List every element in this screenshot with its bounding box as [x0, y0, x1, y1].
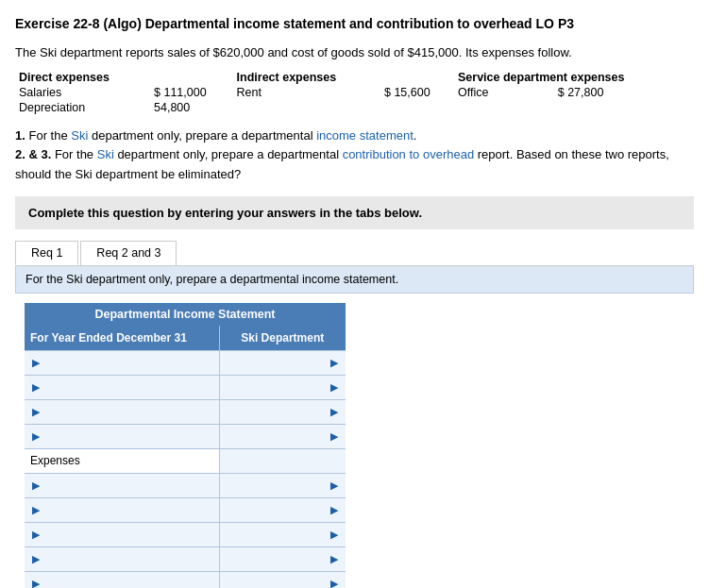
arrow-icon: ▶ [30, 578, 42, 588]
table-row: ▶ ▶ [25, 571, 346, 588]
office-label: Office [454, 85, 554, 100]
direct-expenses-header: Direct expenses [15, 70, 150, 85]
row2-value-cell[interactable]: ▶ [219, 375, 346, 399]
row1-value-cell[interactable]: ▶ [219, 350, 346, 375]
expenses-overview-table: Direct expenses Indirect expenses Servic… [15, 70, 694, 115]
arrow-icon: ▶ [329, 430, 340, 442]
service-expenses-header: Service department expenses [454, 70, 694, 85]
arrow-icon: ▶ [329, 553, 340, 564]
statement-title: Departmental Income Statement [25, 303, 346, 326]
statement-header-row: For Year Ended December 31 Ski Departmen… [25, 326, 346, 350]
exp-row2-value[interactable]: ▶ [219, 497, 346, 522]
table-row: ▶ ▶ [25, 375, 346, 399]
rent-value: $ 15,600 [380, 85, 454, 100]
table-row: ▶ ▶ [25, 546, 346, 571]
row3-value-cell[interactable]: ▶ [219, 399, 346, 424]
exp-row1-value[interactable]: ▶ [219, 473, 346, 497]
arrow-icon: ▶ [30, 553, 42, 564]
arrow-icon: ▶ [329, 578, 340, 588]
exp-row3-label: ▶ [25, 522, 219, 546]
statement-table: For Year Ended December 31 Ski Departmen… [25, 326, 346, 588]
table-row: ▶ ▶ [25, 424, 346, 448]
exp-row4-label: ▶ [25, 546, 219, 571]
rent-label: Rent [233, 85, 380, 100]
table-row: ▶ ▶ [25, 497, 346, 522]
arrow-icon: ▶ [329, 479, 340, 491]
salaries-label: Salaries [15, 85, 150, 100]
instructions-block: 1. For the Ski department only, prepare … [15, 126, 694, 185]
row3-label-cell: ▶ [25, 399, 219, 424]
depreciation-label: Depreciation [15, 100, 150, 115]
col-label-header: For Year Ended December 31 [25, 326, 219, 350]
expenses-label-row: Expenses [25, 448, 346, 473]
row4-value-cell[interactable]: ▶ [219, 424, 346, 448]
indirect-expenses-header: Indirect expenses [233, 70, 380, 85]
statement-container: Departmental Income Statement For Year E… [25, 303, 346, 588]
arrow-icon: ▶ [30, 504, 42, 515]
row1-label-cell: ▶ [25, 350, 219, 375]
table-row: ▶ ▶ [25, 399, 346, 424]
tab-req1[interactable]: Req 1 [15, 241, 78, 265]
arrow-icon: ▶ [329, 381, 340, 393]
exp-row5-label: ▶ [25, 571, 219, 588]
exp-row5-value[interactable]: ▶ [219, 571, 346, 588]
arrow-icon: ▶ [30, 479, 42, 491]
salaries-value: $ 111,000 [150, 85, 233, 100]
arrow-icon: ▶ [30, 381, 42, 393]
tab-content-instruction: For the Ski department only, prepare a d… [15, 266, 694, 294]
expenses-label: Expenses [25, 448, 219, 473]
table-row: ▶ ▶ [25, 350, 346, 375]
row4-label-cell: ▶ [25, 424, 219, 448]
arrow-icon: ▶ [329, 357, 340, 368]
arrow-icon: ▶ [30, 406, 42, 417]
arrow-icon: ▶ [30, 430, 42, 442]
instruction-2: 2. & 3. For the Ski department only, pre… [15, 145, 694, 185]
depreciation-value: 54,800 [150, 100, 233, 115]
exp-row4-value[interactable]: ▶ [219, 546, 346, 571]
tab-req2-3[interactable]: Req 2 and 3 [80, 241, 177, 265]
office-value: $ 27,800 [554, 85, 694, 100]
exp-row1-label: ▶ [25, 473, 219, 497]
row2-label-cell: ▶ [25, 375, 219, 399]
arrow-icon: ▶ [30, 529, 42, 540]
complete-box: Complete this question by entering your … [15, 196, 694, 229]
exp-row2-label: ▶ [25, 497, 219, 522]
table-row: ▶ ▶ [25, 473, 346, 497]
arrow-icon: ▶ [329, 504, 340, 515]
col-value-header: Ski Department [219, 326, 346, 350]
intro-text: The Ski department reports sales of $620… [15, 43, 694, 62]
page-title: Exercise 22-8 (Algo) Departmental income… [15, 15, 694, 32]
instruction-1: 1. For the Ski department only, prepare … [15, 126, 694, 146]
tabs-row: Req 1 Req 2 and 3 [15, 241, 694, 266]
arrow-icon: ▶ [329, 406, 340, 417]
expenses-value-cell [219, 448, 346, 473]
exp-row3-value[interactable]: ▶ [219, 522, 346, 546]
arrow-icon: ▶ [329, 529, 340, 540]
table-row: ▶ ▶ [25, 522, 346, 546]
arrow-icon: ▶ [30, 357, 42, 368]
